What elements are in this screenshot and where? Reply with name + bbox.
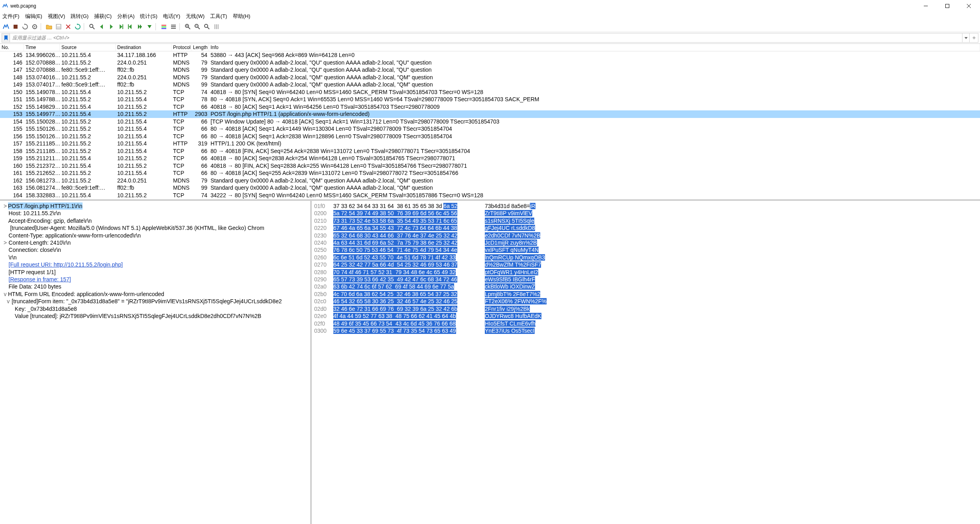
packet-row[interactable]: 146152.070888…10.211.55.2224.0.0.251MDNS…: [0, 59, 980, 67]
menu-statistics[interactable]: 统计(S): [140, 13, 157, 20]
packet-row[interactable]: 153155.149977…10.211.55.410.211.55.2HTTP…: [0, 110, 980, 118]
find-icon[interactable]: [88, 22, 96, 31]
hex-row[interactable]: 02606c 6e 51 6d 52 43 55 70 4e 51 6d 78 …: [314, 254, 978, 261]
go-forward-icon[interactable]: [107, 22, 116, 31]
hex-row[interactable]: 02404a 63 44 31 6d 69 6a 52 7a 75 79 38 …: [314, 239, 978, 246]
capture-start-icon[interactable]: [2, 22, 10, 31]
go-last-icon[interactable]: [136, 22, 144, 31]
menu-telephony[interactable]: 电话(Y): [163, 13, 180, 20]
detail-user-agent[interactable]: [truncated]User-Agent: Mozilla/5.0 (Wind…: [2, 224, 308, 232]
packet-row[interactable]: 162156.081273…10.211.55.2224.0.0.251MDNS…: [0, 177, 980, 184]
hex-row[interactable]: 025076 78 6c 50 75 53 46 54 71 4e 75 4d …: [314, 246, 978, 253]
packet-bytes-pane[interactable]: 01f037 33 62 34 64 33 31 64 38 61 35 65 …: [312, 201, 980, 524]
detail-full-uri-link[interactable]: [Full request URI: http://10.211.55.2/lo…: [9, 261, 123, 268]
menu-capture[interactable]: 捕获(C): [94, 13, 112, 20]
packet-row[interactable]: 158155.211185…10.211.55.210.211.55.4TCP6…: [0, 147, 980, 155]
list-icon[interactable]: [169, 22, 178, 31]
column-protocol[interactable]: Protocol: [171, 44, 191, 51]
menu-wireless[interactable]: 无线(W): [186, 13, 205, 20]
detail-content-length[interactable]: Content-Length: 2410\r\n: [2, 239, 71, 246]
detail-content-type[interactable]: Content-Type: application/x-www-form-url…: [2, 232, 308, 239]
capture-options-icon[interactable]: [30, 22, 39, 31]
close-file-icon[interactable]: [64, 22, 73, 31]
detail-form-urlencoded[interactable]: HTML Form URL Encoded: application/x-www…: [8, 291, 164, 297]
hex-row[interactable]: 021073 31 73 52 4e 53 58 6a 35 54 49 35 …: [314, 217, 978, 224]
hex-row[interactable]: 028070 74 4f 46 71 57 52 31 79 34 48 6e …: [314, 269, 978, 276]
hex-row[interactable]: 023065 32 64 68 30 43 44 66 37 76 4e 37 …: [314, 232, 978, 239]
detail-form-value[interactable]: Value [truncated]: jRZrT9tI8Pv9imVlEVs1s…: [2, 312, 308, 320]
detail-crlf[interactable]: \r\n: [2, 254, 308, 261]
packet-row[interactable]: 151155.149788…10.211.55.210.211.55.4TCP7…: [0, 96, 980, 103]
packet-row[interactable]: 148153.074016…10.211.55.2224.0.0.251MDNS…: [0, 74, 980, 81]
capture-restart-icon[interactable]: [21, 22, 30, 31]
hex-row[interactable]: 02f048 49 6f 35 45 66 73 54 43 4c 6d 45 …: [314, 320, 978, 327]
bookmark-filter-icon[interactable]: [2, 33, 10, 42]
menu-view[interactable]: 视图(V): [48, 13, 65, 20]
menu-file[interactable]: 文件(F): [2, 13, 20, 20]
menu-analyze[interactable]: 分析(A): [117, 13, 134, 20]
close-button[interactable]: [962, 2, 976, 10]
resize-columns-icon[interactable]: [212, 22, 221, 31]
packet-row[interactable]: 165158.333552…10.211.55.210.211.55.4TCP7…: [0, 199, 980, 201]
capture-stop-icon[interactable]: [11, 22, 20, 31]
menu-edit[interactable]: 编辑(E): [25, 13, 42, 20]
column-no[interactable]: No.: [0, 44, 24, 51]
detail-form-item[interactable]: [truncated]Form item: "_0x73b4d31d8a5e8"…: [6, 298, 282, 305]
reload-icon[interactable]: [73, 22, 82, 31]
column-time[interactable]: Time: [24, 44, 60, 51]
packet-row[interactable]: 157155.211185…10.211.55.210.211.55.4HTTP…: [0, 140, 980, 147]
minimize-button[interactable]: [919, 2, 933, 10]
packet-row[interactable]: 145134.996026…10.211.55.434.117.188.166H…: [0, 51, 980, 59]
menu-go[interactable]: 跳转(G): [71, 13, 89, 20]
packet-row[interactable]: 154155.150028…10.211.55.210.211.55.4TCP6…: [0, 118, 980, 126]
jump-icon[interactable]: [116, 22, 125, 31]
save-file-icon[interactable]: [54, 22, 63, 31]
packet-row[interactable]: 156155.150126…10.211.55.210.211.55.4TCP6…: [0, 133, 980, 140]
hex-row[interactable]: 02e04f 4a 44 59 52 77 63 38 48 75 66 62 …: [314, 312, 978, 320]
detail-response-frame-link[interactable]: [Response in frame: 157]: [9, 276, 71, 283]
packet-row[interactable]: 150155.149078…10.211.55.410.211.55.2TCP7…: [0, 88, 980, 96]
detail-host[interactable]: Host: 10.211.55.2\r\n: [2, 210, 308, 217]
menu-tools[interactable]: 工具(T): [210, 13, 227, 20]
column-info[interactable]: Info: [209, 44, 980, 51]
column-destination[interactable]: Destination: [116, 44, 171, 51]
detail-accept-encoding[interactable]: Accept-Encoding: gzip, deflate\r\n: [2, 217, 308, 224]
go-back-icon[interactable]: [97, 22, 106, 31]
auto-scroll-icon[interactable]: [145, 22, 154, 31]
detail-file-data[interactable]: File Data: 2410 bytes: [2, 283, 308, 290]
packet-list-pane[interactable]: No. Time Source Destination Protocol Len…: [0, 43, 980, 201]
filter-dropdown-icon[interactable]: [962, 33, 969, 42]
packet-row[interactable]: 164158.332883…10.211.55.410.211.55.2TCP7…: [0, 192, 980, 199]
packet-row[interactable]: 161155.212652…10.211.55.210.211.55.4TCP6…: [0, 169, 980, 177]
zoom-in-icon[interactable]: [183, 22, 192, 31]
hex-row[interactable]: 02005a 72 54 39 74 49 38 50 76 39 69 6d …: [314, 210, 978, 217]
column-source[interactable]: Source: [60, 44, 116, 51]
packet-row[interactable]: 152155.149829…10.211.55.410.211.55.2TCP6…: [0, 103, 980, 111]
packet-row[interactable]: 159155.211211…10.211.55.410.211.55.2TCP6…: [0, 155, 980, 162]
menu-help[interactable]: 帮助(H): [233, 13, 250, 20]
packet-row[interactable]: 160155.212372…10.211.55.410.211.55.2TCP6…: [0, 162, 980, 170]
hex-row[interactable]: 022067 46 4a 65 6a 34 55 43 72 4c 73 64 …: [314, 224, 978, 232]
detail-http-request[interactable]: [HTTP request 1/1]: [2, 269, 308, 276]
maximize-button[interactable]: [940, 2, 954, 10]
go-first-icon[interactable]: [126, 22, 135, 31]
detail-request-line[interactable]: POST /login.php HTTP/1.1\r\n: [8, 202, 83, 210]
packet-list-header[interactable]: No. Time Source Destination Protocol Len…: [0, 44, 980, 51]
zoom-out-icon[interactable]: [193, 22, 202, 31]
hex-row[interactable]: 029065 57 73 39 53 66 42 35 49 42 47 6c …: [314, 276, 978, 283]
expand-icon[interactable]: >: [2, 202, 8, 210]
hex-row[interactable]: 02b04c 70 6d 6a 38 62 54 25 32 46 38 65 …: [314, 290, 978, 298]
hex-row[interactable]: 02c046 54 32 65 58 30 36 25 32 46 57 4e …: [314, 298, 978, 305]
hex-row[interactable]: 030059 6e 45 33 37 69 55 73 4f 73 35 54 …: [314, 327, 978, 334]
display-filter-input[interactable]: [10, 33, 962, 42]
hex-row[interactable]: 02d032 46 6e 72 31 66 69 76 69 32 39 6a …: [314, 305, 978, 312]
packet-row[interactable]: 147152.070888…fe80::5ce9:1eff:…ff02::fbM…: [0, 66, 980, 74]
packet-row[interactable]: 163156.081274…fe80::5ce9:1eff:…ff02::fbM…: [0, 184, 980, 192]
filter-add-button[interactable]: ＋: [969, 33, 978, 42]
packet-row[interactable]: 149153.074017…fe80::5ce9:1eff:…ff02::fbM…: [0, 81, 980, 88]
packet-details-pane[interactable]: >POST /login.php HTTP/1.1\r\n Host: 10.2…: [0, 201, 312, 524]
zoom-reset-icon[interactable]: [203, 22, 211, 31]
collapse-icon[interactable]: v: [2, 290, 8, 298]
detail-connection[interactable]: Connection: close\r\n: [2, 246, 308, 253]
hex-row[interactable]: 02a063 6b 42 74 6c 6f 57 62 69 4f 58 44 …: [314, 283, 978, 290]
